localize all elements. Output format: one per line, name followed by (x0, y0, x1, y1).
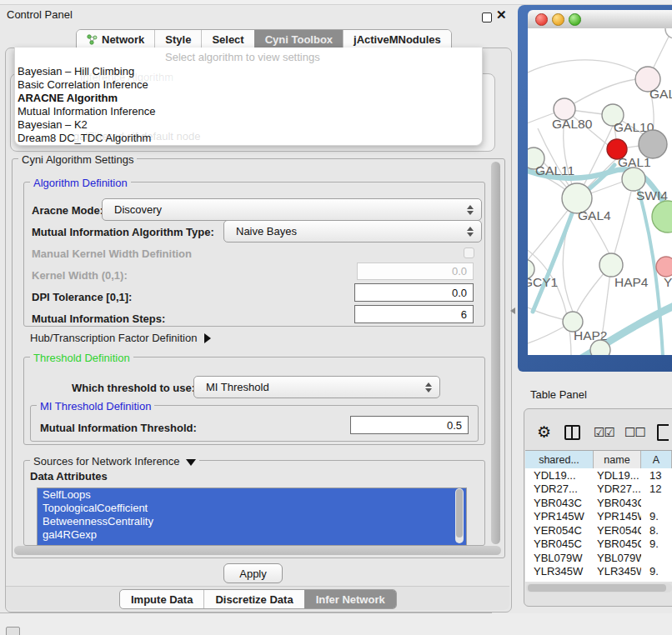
attribute-item[interactable]: TopologicalCoefficient (38, 502, 466, 515)
tab-label: Network (102, 33, 144, 46)
algorithm-option[interactable]: Basic Correlation Inference (15, 78, 479, 92)
table-row[interactable]: YER054CYER054C8. (525, 523, 672, 538)
expanded-arrow-icon (186, 459, 196, 466)
which-threshold-select[interactable]: MI Threshold (193, 376, 440, 398)
select-all-checkboxes-icon[interactable]: ☑☑ (594, 425, 614, 440)
network-node-gray-node[interactable] (639, 130, 667, 158)
table-row[interactable]: YLR345WYLR345W9. (525, 565, 672, 579)
network-window-titlebar[interactable] (528, 10, 672, 29)
attributes-scrollbar-thumb[interactable] (456, 489, 463, 538)
tab-discretize-data[interactable]: Discretize Data (203, 590, 303, 608)
data-attributes-list: SelfLoopsTopologicalCoefficientBetweenne… (37, 488, 467, 546)
panel-splitter-arrow[interactable] (510, 308, 515, 314)
table-row[interactable]: YBL079WYBL079W (525, 551, 672, 565)
tab-label: Cyni Toolbox (265, 33, 333, 46)
tab-style[interactable]: Style (154, 30, 201, 49)
network-node-top-partial[interactable] (665, 28, 672, 38)
column-header-partial[interactable]: A (641, 451, 672, 468)
table-row[interactable]: YDR27...YDR27...12 (525, 482, 672, 497)
node-label-swi4: SWI4 (636, 188, 668, 202)
column-header-name[interactable]: name (594, 451, 641, 468)
algorithm-option[interactable]: Mutual Information Inference (15, 105, 479, 118)
node-label-gal11: GAL11 (535, 163, 574, 178)
attribute-item[interactable]: gal4RGexp (38, 528, 466, 542)
table-scrollbar-thumb[interactable] (528, 584, 666, 592)
mi-steps-input[interactable]: 6 (354, 305, 474, 323)
mi-algorithm-type-value: Naive Bayes (224, 225, 466, 238)
table-row[interactable]: YBR043CYBR043C (525, 496, 672, 510)
table-row[interactable]: YIL052CYIL052C8 (525, 578, 672, 582)
tab-label: Style (165, 33, 191, 46)
page-icon[interactable] (657, 424, 669, 441)
table-row[interactable]: YPR145WYPR145W9. (525, 510, 672, 524)
settings-horizontal-scrollbar[interactable] (14, 546, 501, 555)
columns-icon[interactable] (564, 425, 580, 440)
algorithm-option[interactable]: Bayesian – Hill Climbing (15, 65, 479, 78)
attribute-item[interactable]: BetweennessCentrality (38, 515, 466, 528)
collapsed-panel-icon[interactable] (6, 627, 20, 635)
network-node-bottom-green[interactable] (590, 340, 610, 355)
gear-icon[interactable]: ⚙ (537, 424, 551, 441)
apply-button[interactable]: Apply (223, 563, 283, 583)
column-header-shared[interactable]: shared... (525, 451, 594, 468)
tab-label: Discretize Data (215, 593, 293, 606)
tab-infer-network[interactable]: Infer Network (304, 590, 396, 608)
table-row[interactable]: YDL19...YDL19...13 (525, 468, 672, 482)
table-toolbar: ⚙ ☑☑ ☐☐ (525, 419, 672, 446)
network-node-big-green[interactable] (652, 201, 672, 232)
network-node-pink-right[interactable] (656, 257, 672, 277)
tab-network[interactable]: Network (77, 30, 154, 49)
cyni-settings-legend: Cyni Algorithm Settings (18, 153, 137, 166)
table-cell: YDL19... (594, 469, 641, 482)
dpi-tolerance-input[interactable]: 0.0 (354, 283, 474, 302)
screen: Control Panel ✕ Network Style Select Cyn… (0, 0, 672, 635)
kernel-width-label: Kernel Width (0,1): (32, 269, 128, 282)
stepper-icon (466, 227, 474, 237)
algorithm-list: Bayesian – Hill ClimbingBasic Correlatio… (15, 65, 479, 145)
mi-threshold-input[interactable]: 0.5 (350, 416, 469, 434)
algorithm-option[interactable]: Dream8 DC_TDC Algorithm (15, 132, 479, 145)
aracne-mode-select[interactable]: Discovery (102, 198, 482, 221)
deselect-all-checkboxes-icon[interactable]: ☐☐ (624, 425, 645, 440)
zoom-button[interactable] (569, 13, 581, 26)
close-button[interactable] (535, 13, 548, 26)
table-cell: YIL052C (594, 579, 641, 582)
which-threshold-label: Which threshold to use: (72, 382, 195, 394)
attribute-item[interactable]: SelfLoops (38, 488, 466, 502)
table-cell: YBR043C (525, 497, 594, 509)
algorithm-definition-legend: Algorithm Definition (30, 177, 131, 189)
network-canvas[interactable]: GAL7GAL80GAL10GAL1GAL11SWI4GAL4GCY1HAP4Y… (528, 28, 672, 355)
table-cell: YER054C (594, 524, 641, 537)
mi-algorithm-type-select[interactable]: Naive Bayes (223, 220, 482, 242)
network-node-hap4[interactable] (599, 253, 623, 277)
table-cell: 8 (641, 579, 672, 582)
stepper-icon (466, 205, 474, 215)
settings-vertical-scrollbar[interactable] (491, 162, 500, 544)
minimize-button[interactable] (552, 13, 564, 26)
sources-toggle[interactable]: Sources for Network Inference (30, 455, 199, 468)
table-cell: YPR145W (594, 510, 641, 522)
table-header: shared... name A (525, 450, 672, 469)
close-icon[interactable]: ✕ (496, 8, 507, 22)
control-panel-title: Control Panel (7, 8, 73, 21)
kernel-width-input[interactable]: 0.0 (357, 262, 474, 280)
manual-kernel-width-checkbox[interactable] (464, 248, 474, 258)
tab-cyni-toolbox[interactable]: Cyni Toolbox (254, 30, 343, 49)
float-window-icon[interactable] (482, 12, 492, 22)
network-node-swi4[interactable] (622, 168, 645, 191)
algorithm-option[interactable]: ARACNE Algorithm (15, 92, 479, 105)
table-cell: YDR27... (525, 482, 594, 495)
table-body: YDL19...YDL19...13YDR27...YDR27...12YBR0… (525, 468, 672, 582)
table-cell: YLR345W (525, 565, 594, 578)
table-cell: YBR045C (594, 538, 641, 550)
table-cell: YBL079W (525, 552, 594, 564)
tab-jactivemnodules[interactable]: jActiveMNodules (343, 30, 451, 49)
threshold-definition-legend: Threshold Definition (30, 352, 133, 364)
tab-select[interactable]: Select (201, 30, 253, 49)
algorithm-option[interactable]: Bayesian – K2 (15, 118, 479, 132)
tab-impute-data[interactable]: Impute Data (120, 590, 203, 608)
which-threshold-value: MI Threshold (194, 381, 424, 393)
hub-definition-toggle[interactable]: Hub/Transcription Factor Definition (30, 332, 211, 344)
table-cell: YBR043C (594, 497, 641, 509)
table-row[interactable]: YBR045CYBR045C9. (525, 538, 672, 552)
